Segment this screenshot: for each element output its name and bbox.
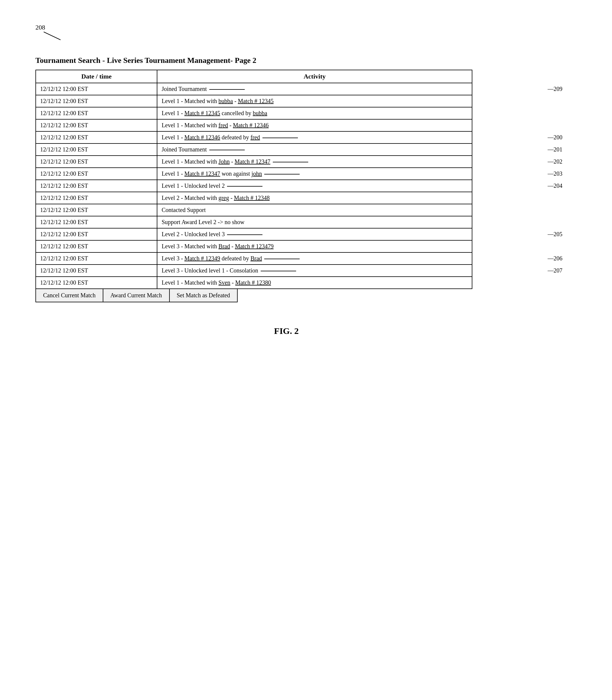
ref-209-annotation: —209 (548, 86, 562, 93)
ref-202-annotation: —202 (548, 158, 562, 165)
table-row: 12/12/12 12:00 ESTJoined Tournament (36, 143, 472, 156)
table-row: 12/12/12 12:00 ESTLevel 1 - Match # 1234… (36, 107, 472, 119)
button-row: Cancel Current Match Award Current Match… (36, 289, 238, 302)
col-header-activity: Activity (157, 70, 472, 83)
annotation-line (209, 89, 245, 90)
annotation-line (262, 138, 298, 138)
cell-activity: Level 2 - Unlocked level 3 (157, 228, 472, 240)
cell-datetime: 12/12/12 12:00 EST (36, 168, 157, 180)
table-row: 12/12/12 12:00 ESTJoined Tournament (36, 83, 472, 95)
annotation-line (227, 186, 262, 186)
cell-datetime: 12/12/12 12:00 EST (36, 180, 157, 192)
table-row: 12/12/12 12:00 ESTLevel 1 - Match # 1234… (36, 131, 472, 143)
cell-activity: Joined Tournament (157, 83, 472, 95)
ref-207-annotation: —207 (548, 267, 562, 274)
table-row: 12/12/12 12:00 ESTLevel 1 - Match # 1234… (36, 168, 472, 180)
ref-200-annotation: —200 (548, 134, 562, 141)
ref-204-annotation: —204 (548, 182, 562, 189)
cell-datetime: 12/12/12 12:00 EST (36, 119, 157, 131)
table-row: 12/12/12 12:00 ESTLevel 1 - Unlocked lev… (36, 180, 472, 192)
fig-label: FIG. 2 (36, 326, 537, 336)
cell-activity: Level 2 - Matched with greg - Match # 12… (157, 192, 472, 204)
ref-201-annotation: —201 (548, 146, 562, 153)
table-row: 12/12/12 12:00 ESTLevel 2 - Unlocked lev… (36, 228, 472, 240)
page-title: Tournament Search - Live Series Tourname… (36, 56, 537, 65)
cell-activity: Contacted Support (157, 204, 472, 216)
table-wrapper: Date / time Activity 12/12/12 12:00 ESTJ… (36, 70, 537, 289)
ref-203-annotation: —203 (548, 170, 562, 177)
table-row: 12/12/12 12:00 ESTLevel 3 - Match # 1234… (36, 252, 472, 265)
cell-datetime: 12/12/12 12:00 EST (36, 228, 157, 240)
cell-datetime: 12/12/12 12:00 EST (36, 240, 157, 252)
ref-208-arrow (36, 24, 95, 41)
annotation-line (273, 162, 308, 163)
cell-datetime: 12/12/12 12:00 EST (36, 216, 157, 228)
cell-activity: Level 1 - Unlocked level 2 (157, 180, 472, 192)
cell-datetime: 12/12/12 12:00 EST (36, 143, 157, 156)
cell-datetime: 12/12/12 12:00 EST (36, 107, 157, 119)
cell-datetime: 12/12/12 12:00 EST (36, 83, 157, 95)
cell-activity: Level 1 - Matched with John - Match # 12… (157, 156, 472, 168)
col-header-datetime: Date / time (36, 70, 157, 83)
cell-datetime: 12/12/12 12:00 EST (36, 204, 157, 216)
cell-datetime: 12/12/12 12:00 EST (36, 95, 157, 107)
cell-activity: Level 3 - Unlocked level 1 - Consolation (157, 265, 472, 277)
cell-activity: Support Award Level 2 -> no show (157, 216, 472, 228)
ref-205-annotation: —205 (548, 231, 562, 238)
annotation-line (264, 258, 300, 259)
set-match-defeated-button[interactable]: Set Match as Defeated (170, 289, 237, 302)
cancel-current-match-button[interactable]: Cancel Current Match (36, 289, 103, 302)
cell-activity: Level 1 - Matched with bubba - Match # 1… (157, 95, 472, 107)
cell-datetime: 12/12/12 12:00 EST (36, 131, 157, 143)
table-row: 12/12/12 12:00 ESTLevel 1 - Matched with… (36, 95, 472, 107)
cell-activity: Level 1 - Matched with Sven - Match # 12… (157, 277, 472, 289)
cell-datetime: 12/12/12 12:00 EST (36, 156, 157, 168)
cell-activity: Level 1 - Match # 12345 cancelled by bub… (157, 107, 472, 119)
annotation-line (264, 174, 300, 174)
svg-line-0 (44, 32, 60, 40)
cell-activity: Level 1 - Match # 12347 won against john (157, 168, 472, 180)
ref-206-annotation: —206 (548, 255, 562, 262)
annotation-line (209, 150, 245, 150)
cell-datetime: 12/12/12 12:00 EST (36, 265, 157, 277)
award-current-match-button[interactable]: Award Current Match (103, 289, 170, 302)
table-row: 12/12/12 12:00 ESTLevel 1 - Matched with… (36, 156, 472, 168)
table-row: 12/12/12 12:00 ESTContacted Support (36, 204, 472, 216)
activity-table: Date / time Activity 12/12/12 12:00 ESTJ… (36, 70, 472, 289)
cell-datetime: 12/12/12 12:00 EST (36, 277, 157, 289)
table-row: 12/12/12 12:00 ESTLevel 3 - Unlocked lev… (36, 265, 472, 277)
cell-datetime: 12/12/12 12:00 EST (36, 252, 157, 265)
cell-activity: Joined Tournament (157, 143, 472, 156)
table-row: 12/12/12 12:00 ESTLevel 2 - Matched with… (36, 192, 472, 204)
table-row: 12/12/12 12:00 ESTLevel 1 - Matched with… (36, 119, 472, 131)
cell-activity: Level 3 - Matched with Brad - Match # 12… (157, 240, 472, 252)
table-row: 12/12/12 12:00 ESTLevel 1 - Matched with… (36, 277, 472, 289)
page-container: 208 Tournament Search - Live Series Tour… (36, 24, 537, 336)
cell-activity: Level 1 - Matched with fred - Match # 12… (157, 119, 472, 131)
annotation-line (261, 271, 296, 271)
cell-activity: Level 1 - Match # 12346 defeated by fred (157, 131, 472, 143)
cell-datetime: 12/12/12 12:00 EST (36, 192, 157, 204)
annotation-line (227, 235, 262, 235)
table-row: 12/12/12 12:00 ESTSupport Award Level 2 … (36, 216, 472, 228)
table-row: 12/12/12 12:00 ESTLevel 3 - Matched with… (36, 240, 472, 252)
cell-activity: Level 3 - Match # 12349 defeated by Brad (157, 252, 472, 265)
